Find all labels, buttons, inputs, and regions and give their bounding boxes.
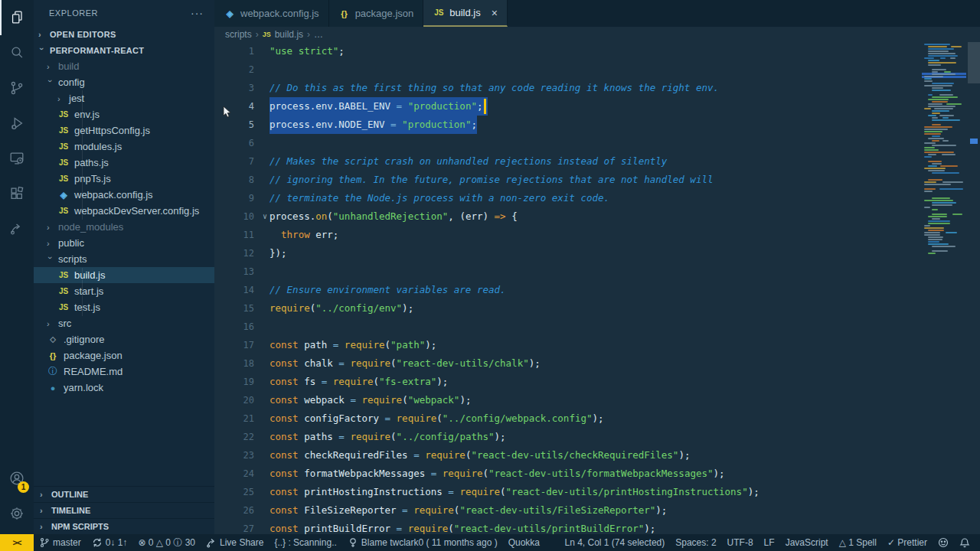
status-1-spell[interactable]: △ 1 Spell	[834, 534, 882, 551]
status-0-1[interactable]: 0↓ 1↑	[87, 534, 133, 551]
minimap-line	[928, 60, 939, 61]
tree-item-config[interactable]: ›config	[34, 74, 214, 90]
tree-item-src[interactable]: ›src	[34, 315, 214, 331]
code-line-15[interactable]: 15require("../config/env");	[214, 299, 980, 318]
tree-item-build.js[interactable]: JSbuild.js	[34, 267, 214, 283]
code-line-27[interactable]: 27const printBuildError = require("react…	[214, 520, 980, 534]
code-editor[interactable]: 1"use strict";23// Do this as the first …	[214, 42, 980, 534]
status-lf[interactable]: LF	[759, 534, 780, 551]
code-line-18[interactable]: 18const chalk = require("react-dev-utils…	[214, 354, 980, 373]
tree-item-yarn.lock[interactable]: ●yarn.lock	[34, 380, 214, 396]
remote-indicator[interactable]: ><	[0, 534, 34, 551]
panel-npm-scripts[interactable]: ›NPM SCRIPTS	[34, 518, 214, 534]
code-line-5[interactable]: 5process.env.NODE_ENV = "production";	[214, 116, 980, 134]
breadcrumb-item[interactable]: scripts	[225, 29, 252, 40]
tree-item-test.js[interactable]: JStest.js	[34, 299, 214, 315]
code-line-24[interactable]: 24const formatWebpackMessages = require(…	[214, 465, 980, 483]
activitybar-run-debug[interactable]	[0, 106, 34, 141]
tree-item-env.js[interactable]: JSenv.js	[34, 106, 214, 122]
fold-chevron-icon[interactable]: ∨	[263, 207, 267, 226]
line-number: 19	[214, 373, 270, 391]
code-line-21[interactable]: 21const configFactory = require("../conf…	[214, 409, 980, 428]
tree-item-paths.js[interactable]: JSpaths.js	[34, 155, 214, 171]
account-button[interactable]: 1	[0, 461, 34, 496]
tree-section-performant-react[interactable]: ›PERFORMANT-REACT	[34, 42, 214, 58]
tab-package.json[interactable]: {}package.json	[329, 0, 424, 27]
status-utf-8[interactable]: UTF-8	[722, 534, 759, 551]
code-line-26[interactable]: 26const FileSizeReporter = require("reac…	[214, 501, 980, 520]
status-blame-twclark0-11-months[interactable]: Blame twclark0 ( 11 months ago )	[342, 534, 503, 551]
status-ln-4-col-1-74-selected[interactable]: Ln 4, Col 1 (74 selected)	[559, 534, 670, 551]
tree-item-scripts[interactable]: ›scripts	[34, 251, 214, 267]
tree-item-package.json[interactable]: {}package.json	[34, 347, 214, 364]
tree-item-start.js[interactable]: JSstart.js	[34, 283, 214, 299]
status-quokka[interactable]: Quokka	[503, 534, 545, 551]
code-line-17[interactable]: 17const path = require("path");	[214, 336, 980, 354]
tree-item-gethttpsconfig.js[interactable]: JSgetHttpsConfig.js	[34, 122, 214, 139]
tree-item-readme.md[interactable]: ⓘREADME.md	[34, 364, 214, 380]
code-line-14[interactable]: 14// Ensure environment variables are re…	[214, 281, 980, 299]
status-feedback[interactable]	[933, 534, 954, 551]
status-live-share[interactable]: Live Share	[201, 534, 269, 551]
code-line-20[interactable]: 20const webpack = require("webpack");	[214, 391, 980, 409]
scrollbar-thumb[interactable]	[968, 42, 980, 83]
code-line-13[interactable]: 13	[214, 262, 980, 281]
panel-outline[interactable]: ›OUTLINE	[34, 486, 214, 502]
minimap-line	[928, 106, 956, 107]
status-master[interactable]: master	[34, 534, 87, 551]
tab-webpack.config.js[interactable]: ◈webpack.config.js	[214, 0, 329, 27]
breadcrumb-item[interactable]: build.js	[275, 29, 303, 40]
code-line-9[interactable]: 9// terminate the Node.js process with a…	[214, 189, 980, 207]
code-line-16[interactable]: 16	[214, 318, 980, 336]
minimap-line	[928, 236, 943, 238]
status-bell[interactable]	[954, 534, 975, 551]
close-icon[interactable]: ×	[492, 7, 498, 19]
code-line-25[interactable]: 25const printHostingInstructions = requi…	[214, 483, 980, 501]
code-line-12[interactable]: 12});	[214, 244, 980, 262]
tree-item-public[interactable]: ›public	[34, 235, 214, 251]
activitybar-extensions[interactable]	[0, 176, 34, 211]
status-prettier[interactable]: ✓ Prettier	[882, 534, 933, 551]
activitybar-remote-explorer[interactable]	[0, 141, 34, 176]
tree-item-webpack.config.js[interactable]: ◈webpack.config.js	[34, 187, 214, 203]
sidebar-more-icon[interactable]: ···	[191, 7, 204, 19]
tree-section-open-editors[interactable]: ›OPEN EDITORS	[34, 26, 214, 42]
code-line-3[interactable]: 3// Do this as the first thing so that a…	[214, 79, 980, 97]
status-scanning[interactable]: {..} : Scanning..	[269, 534, 341, 551]
code-line-6[interactable]: 6	[214, 134, 980, 152]
tree-item-.gitignore[interactable]: ⬦.gitignore	[34, 331, 214, 347]
code-line-19[interactable]: 19const fs = require("fs-extra");	[214, 373, 980, 391]
code-line-8[interactable]: 8// ignoring them. In the future, promis…	[214, 171, 980, 189]
code-line-23[interactable]: 23const checkRequiredFiles = require("re…	[214, 446, 980, 465]
tree-item-jest[interactable]: ›jest	[34, 90, 214, 106]
status-javascript[interactable]: JavaScript	[780, 534, 834, 551]
activitybar-explorer[interactable]	[0, 0, 34, 35]
code-line-22[interactable]: 22const paths = require("../config/paths…	[214, 428, 980, 446]
activitybar-source-control[interactable]	[0, 70, 34, 106]
breadcrumb-item[interactable]: …	[314, 29, 323, 40]
code-line-1[interactable]: 1"use strict";	[214, 42, 980, 60]
status-0-0-30[interactable]: ⊗ 0 △ 0 ⓘ 30	[132, 534, 201, 551]
status-spaces-2[interactable]: Spaces: 2	[670, 534, 721, 551]
settings-gear-button[interactable]	[0, 496, 34, 531]
line-number: 15	[214, 299, 270, 318]
code-line-2[interactable]: 2	[214, 60, 980, 79]
code-line-11[interactable]: 11 throw err;	[214, 226, 980, 244]
code-line-4[interactable]: 4process.env.BABEL_ENV = "production";	[214, 97, 980, 116]
code-line-10[interactable]: 10∨process.on("unhandledRejection", (err…	[214, 207, 980, 226]
status-label: ⊗ 0 △ 0 ⓘ 30	[138, 536, 195, 549]
tree-item-node-modules[interactable]: ›node_modules	[34, 219, 214, 235]
activitybar-search[interactable]	[0, 35, 34, 70]
minimap[interactable]	[922, 42, 966, 534]
minimap-line	[924, 225, 930, 227]
tree-item-build[interactable]: ›build	[34, 58, 214, 74]
tree-item-webpackdevserver.config.js[interactable]: JSwebpackDevServer.config.js	[34, 203, 214, 219]
code-text: process.on("unhandledRejection", (err) =…	[270, 207, 518, 226]
tree-item-pnpts.js[interactable]: JSpnpTs.js	[34, 171, 214, 187]
activitybar-live-share[interactable]	[0, 211, 34, 246]
tree-item-label: pnpTs.js	[74, 173, 111, 184]
tree-item-modules.js[interactable]: JSmodules.js	[34, 139, 214, 155]
code-line-7[interactable]: 7// Makes the script crash on unhandled …	[214, 152, 980, 171]
tab-build.js[interactable]: JSbuild.js×	[423, 0, 508, 27]
panel-timeline[interactable]: ›TIMELINE	[34, 502, 214, 518]
